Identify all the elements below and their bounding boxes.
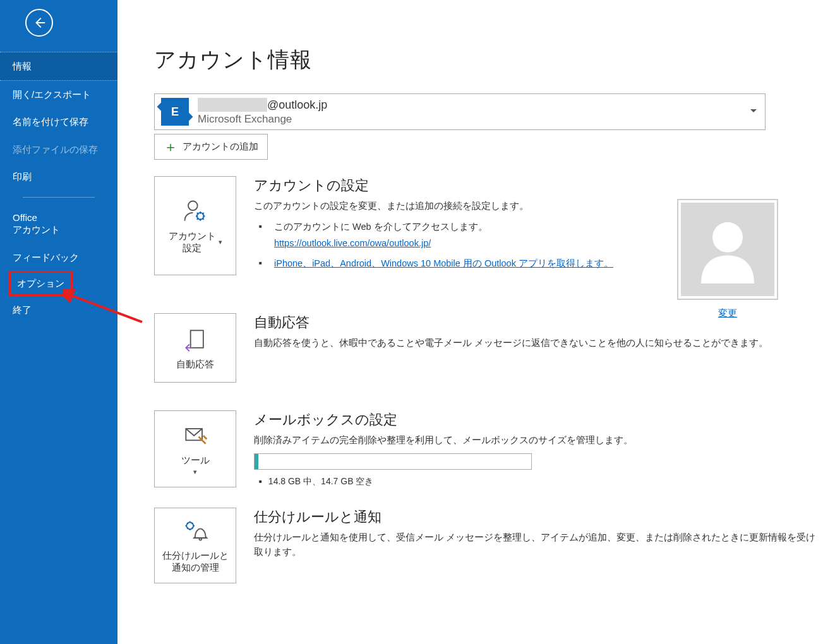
storage-text: 14.8 GB 中、14.7 GB 空き (268, 476, 374, 487)
svg-point-7 (199, 538, 201, 540)
section-account-settings: アカウント 設定 ▾ アカウントの設定 このアカウントの設定を変更、または追加の… (154, 176, 835, 275)
nav-feedback[interactable]: フィードバック (0, 244, 117, 271)
main-content: アカウント情報 E @outlook.jp Microsoft Exchange… (117, 0, 835, 644)
storage-progress (254, 453, 532, 470)
settings-bullet1-text: このアカウントに Web を介してアクセスします。 (274, 222, 488, 232)
plus-icon: ＋ (164, 143, 177, 152)
tile-rules[interactable]: 仕分けルールと 通知の管理 (154, 508, 236, 583)
nav-group-1: 情報 開く/エクスポート 名前を付けて保存 添付ファイルの保存 印刷 (0, 52, 117, 191)
nav-open-export[interactable]: 開く/エクスポート (0, 81, 117, 109)
avatar-placeholder-icon (681, 203, 774, 296)
rules-title: 仕分けルールと通知 (254, 508, 825, 527)
tile-auto-reply-label: 自動応答 (176, 359, 214, 371)
nav-save-as[interactable]: 名前を付けて保存 (0, 108, 117, 136)
mailbox-title: メールボックスの設定 (254, 410, 825, 429)
svg-point-1 (188, 201, 198, 210)
mailbox-tools-icon (181, 422, 209, 450)
backstage-sidebar: 情報 開く/エクスポート 名前を付けて保存 添付ファイルの保存 印刷 Offic… (0, 0, 117, 644)
account-type: Microsoft Exchange (198, 113, 327, 126)
tile-tools-label: ツール (181, 455, 210, 467)
page-title: アカウント情報 (154, 45, 835, 75)
rules-bell-gear-icon (181, 517, 209, 545)
tile-auto-reply[interactable]: 自動応答 (154, 313, 236, 383)
svg-rect-4 (191, 330, 203, 348)
nav-options[interactable]: オプション (9, 271, 73, 296)
auto-reply-icon (181, 326, 209, 354)
person-gear-icon (181, 198, 209, 225)
account-selector[interactable]: E @outlook.jp Microsoft Exchange (154, 93, 766, 130)
tile-account-settings[interactable]: アカウント 設定 ▾ (154, 176, 236, 275)
rules-desc: 仕分けルールと通知を使用して、受信メール メッセージを整理し、アイテムが追加、変… (254, 530, 825, 559)
tile-account-settings-label: アカウント 設定 (169, 230, 216, 254)
mobile-app-link[interactable]: iPhone、iPad、Android、Windows 10 Mobile 用の… (274, 258, 613, 268)
settings-title: アカウントの設定 (254, 176, 825, 195)
auto-reply-desc: 自動応答を使うと、休暇中であることや電子メール メッセージに返信できないことを他… (254, 336, 825, 350)
svg-point-3 (712, 222, 743, 253)
account-info: @outlook.jp Microsoft Exchange (198, 98, 327, 126)
tile-tools[interactable]: ツール ▾ (154, 410, 236, 487)
back-arrow-icon (32, 16, 46, 30)
add-account-label: アカウントの追加 (183, 141, 258, 153)
nav-info[interactable]: 情報 (0, 52, 117, 81)
nav-save-attachments: 添付ファイルの保存 (0, 136, 117, 164)
chevron-down-icon: ▾ (219, 238, 222, 246)
nav-separator (23, 197, 95, 198)
section-rules: 仕分けルールと 通知の管理 仕分けルールと通知 仕分けルールと通知を使用して、受… (154, 508, 835, 583)
exchange-icon: E (161, 98, 189, 126)
nav-print[interactable]: 印刷 (0, 163, 117, 191)
mailbox-desc: 削除済みアイテムの完全削除や整理を利用して、メールボックスのサイズを管理します。 (254, 433, 825, 448)
account-email-suffix: @outlook.jp (267, 98, 327, 112)
chevron-down-icon: ▾ (193, 468, 197, 476)
owa-link[interactable]: https://outlook.live.com/owa/outlook.jp/ (274, 238, 431, 248)
storage-progress-fill (255, 454, 258, 469)
chevron-down-icon (750, 107, 757, 117)
add-account-button[interactable]: ＋ アカウントの追加 (154, 134, 268, 160)
section-mailbox: ツール ▾ メールボックスの設定 削除済みアイテムの完全削除や整理を利用して、メ… (154, 410, 835, 487)
account-email-redacted (198, 98, 267, 112)
nav-office-account[interactable]: Office アカウント (0, 204, 117, 244)
avatar-frame (677, 199, 778, 300)
section-auto-reply: 自動応答 自動応答 自動応答を使うと、休暇中であることや電子メール メッセージに… (154, 313, 835, 383)
tile-rules-label: 仕分けルールと 通知の管理 (162, 550, 229, 574)
avatar-block: 変更 (677, 199, 778, 319)
auto-reply-title: 自動応答 (254, 313, 825, 332)
nav-exit[interactable]: 終了 (0, 296, 117, 324)
back-button[interactable] (25, 9, 53, 37)
nav-group-2: Office アカウント フィードバック オプション 終了 (0, 204, 117, 324)
